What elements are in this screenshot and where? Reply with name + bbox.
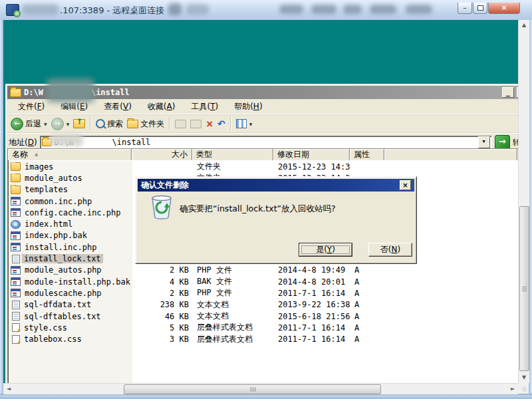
- file-type: PHP 文件: [193, 265, 274, 276]
- vertical-scrollbar[interactable]: ▲ ▼: [518, 20, 529, 383]
- resize-grip[interactable]: [518, 383, 529, 394]
- delete-icon: ×: [205, 119, 213, 128]
- folders-icon: [127, 120, 138, 128]
- dialog-title: 确认文件删除: [141, 180, 189, 191]
- rdp-titlebar: .107:3389 - 远程桌面连接 – ×: [0, 0, 532, 21]
- file-name: modulescache.php: [23, 289, 103, 298]
- confirm-delete-dialog: 确认文件删除 × 确实要把“install_lock.txt”放入回收站吗? 是…: [135, 176, 417, 264]
- file-name: style.css: [23, 323, 68, 332]
- undo-icon: ↶: [217, 119, 225, 128]
- table-row[interactable]: sql-dfdata.txt238 KB文本文档2013-9-22 16:38A: [9, 299, 518, 311]
- rdp-close-button[interactable]: ×: [488, 3, 520, 14]
- file-date: 2011-7-1 16:14: [274, 334, 350, 344]
- php-file-icon: [11, 243, 21, 251]
- scroll-up-button[interactable]: ▲: [519, 20, 529, 31]
- column-header[interactable]: 名称▲: [8, 149, 132, 160]
- table-row[interactable]: module_autos.php2 KBPHP 文件2014-4-8 19:49…: [9, 265, 518, 276]
- rdp-restore-button[interactable]: [473, 3, 487, 14]
- menu-item[interactable]: 帮助(H): [226, 100, 270, 114]
- folder-icon: [11, 174, 21, 182]
- redacted-blob: [50, 134, 83, 146]
- move-to-button[interactable]: [173, 119, 188, 129]
- folders-button[interactable]: 文件夹: [125, 118, 166, 130]
- address-path-suffix: \install: [112, 138, 151, 147]
- scroll-left-button[interactable]: ◄: [3, 384, 14, 394]
- menu-item[interactable]: 文件(F): [10, 100, 53, 114]
- recycle-bin-icon: [150, 194, 174, 219]
- file-name: templates: [23, 185, 69, 194]
- table-row[interactable]: images文件夹2015-12-23 14:31: [9, 161, 518, 172]
- file-attr: A: [350, 289, 385, 298]
- table-row[interactable]: tablebox.css3 KB层叠样式表文档2011-7-1 16:14A: [9, 333, 518, 344]
- forward-button[interactable]: → ▼: [49, 117, 72, 131]
- folder-icon: [10, 88, 21, 97]
- undo-button[interactable]: ↶: [215, 118, 227, 129]
- views-button[interactable]: ▼: [234, 118, 255, 129]
- explorer-toolbar: ← 后退 ▼ → ▼ 搜索 文件夹 × ↶: [6, 114, 518, 133]
- dialog-message: 确实要把“install_lock.txt”放入回收站吗?: [180, 203, 336, 215]
- address-dropdown-button[interactable]: ▼: [478, 136, 490, 148]
- php-file-icon: [11, 231, 21, 240]
- menu-item[interactable]: 工具(T): [183, 100, 226, 114]
- address-input[interactable]: D:\W \install ▼: [40, 136, 492, 149]
- back-button[interactable]: ← 后退 ▼: [9, 117, 49, 131]
- no-button[interactable]: 否(N): [368, 243, 412, 257]
- file-name: config.cache.inc.php: [23, 208, 122, 217]
- redacted-blob: [47, 78, 94, 102]
- column-header[interactable]: 修改日期: [273, 149, 350, 160]
- rdp-minimize-button[interactable]: –: [458, 3, 472, 14]
- file-name: module-install.php.bak: [23, 277, 132, 287]
- copy-to-icon: [190, 120, 201, 128]
- menu-item[interactable]: 收藏(A): [140, 100, 184, 114]
- text-file-icon: [12, 301, 20, 309]
- redacted-blob: [370, 5, 396, 14]
- file-name: sql-dfdata.txt: [23, 300, 92, 309]
- chevron-down-icon: ▼: [483, 139, 485, 144]
- file-type: 文件夹: [193, 161, 274, 172]
- rdp-system-icon[interactable]: [6, 4, 19, 16]
- column-header[interactable]: [384, 149, 517, 160]
- back-label: 后退: [25, 118, 41, 130]
- table-row[interactable]: sql-dftables.txt46 KB文本文档2015-6-18 21:56…: [9, 311, 518, 322]
- file-attr: A: [350, 300, 385, 309]
- redacted-blob: [186, 4, 209, 15]
- dialog-close-button[interactable]: ×: [400, 180, 411, 190]
- folders-label: 文件夹: [140, 118, 164, 130]
- table-row[interactable]: style.css5 KB层叠样式表文档2011-7-1 16:14A: [9, 322, 518, 333]
- yes-button[interactable]: 是(Y): [299, 243, 352, 257]
- toolbar-separator: [230, 117, 231, 130]
- redacted-blob: [343, 5, 362, 14]
- go-arrow-icon: →: [499, 136, 506, 146]
- arrow-left-icon: ◄: [7, 386, 11, 392]
- sort-ascending-icon: ▲: [35, 152, 38, 157]
- file-date: 2011-7-1 16:14: [274, 289, 350, 298]
- forward-icon: →: [51, 118, 64, 130]
- move-to-icon: [175, 120, 186, 128]
- copy-to-button[interactable]: [188, 119, 203, 129]
- file-name: index.php.bak: [23, 231, 88, 240]
- explorer-minimize-button[interactable]: _: [502, 87, 514, 98]
- table-row[interactable]: modulescache.php2 KBPHP 文件2011-7-1 16:14…: [9, 287, 518, 299]
- column-header[interactable]: 大小: [132, 149, 192, 160]
- up-button[interactable]: [71, 118, 87, 129]
- menu-item[interactable]: 查看(V): [96, 100, 140, 114]
- scroll-down-button[interactable]: ▼: [519, 372, 529, 383]
- horizontal-scrollbar[interactable]: ◄ ►: [3, 383, 518, 394]
- back-icon: ←: [11, 118, 23, 130]
- toolbar-separator: [90, 117, 91, 130]
- redacted-blob: [406, 5, 432, 14]
- delete-button[interactable]: ×: [203, 118, 215, 129]
- horizontal-scrollbar-thumb[interactable]: [124, 384, 381, 394]
- go-button[interactable]: →: [495, 135, 510, 150]
- folder-icon: [11, 162, 21, 171]
- file-type: 文本文档: [193, 311, 274, 322]
- minimize-icon: –: [463, 3, 467, 12]
- dialog-titlebar[interactable]: 确认文件删除 ×: [138, 179, 414, 192]
- column-header[interactable]: 属性: [350, 149, 384, 160]
- scroll-right-button[interactable]: ►: [507, 384, 518, 394]
- text-file-icon: [12, 255, 20, 263]
- table-row[interactable]: module-install.php.bak4 KBBAK 文件2014-4-8…: [9, 276, 518, 287]
- search-button[interactable]: 搜索: [94, 118, 125, 130]
- vertical-scrollbar-thumb[interactable]: [519, 206, 529, 371]
- column-header[interactable]: 类型: [192, 149, 273, 160]
